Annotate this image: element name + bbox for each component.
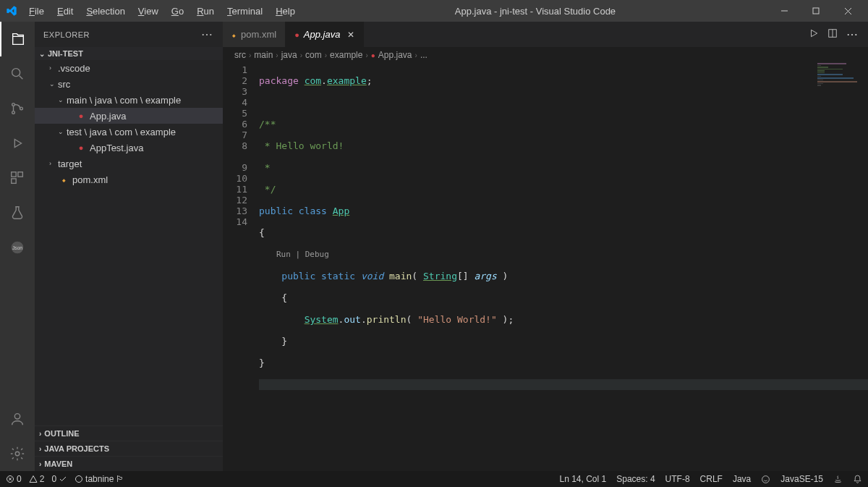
menu-run[interactable]: Run <box>191 3 220 20</box>
breadcrumb[interactable]: src› main› java› com› example› ● App.jav… <box>223 47 868 63</box>
status-eol[interactable]: CRLF <box>700 474 723 484</box>
tree-folder-testpkg[interactable]: ⌄ test \ java \ com \ example <box>35 124 223 140</box>
tree-label: test \ java \ com \ example <box>67 127 176 137</box>
section-label: MAVEN <box>44 460 72 468</box>
section-outline[interactable]: › OUTLINE <box>35 425 223 441</box>
status-bell-icon[interactable] <box>853 475 862 484</box>
tree-folder-mainpkg[interactable]: ⌄ main \ java \ com \ example <box>35 92 223 108</box>
activity-debug[interactable] <box>0 126 35 161</box>
svg-rect-1 <box>813 8 819 14</box>
maximize-button[interactable] <box>801 0 830 22</box>
activity-search[interactable] <box>0 56 35 91</box>
status-errors[interactable]: 0 <box>6 474 22 484</box>
tree-folder-src[interactable]: ⌄ src <box>35 76 223 92</box>
svg-rect-10 <box>12 172 16 177</box>
run-icon[interactable] <box>809 28 819 41</box>
breadcrumb-item[interactable]: example <box>330 50 362 60</box>
tab-pom[interactable]: ⬥ pom.xml <box>223 22 286 47</box>
svg-point-16 <box>15 452 20 456</box>
xml-file-icon: ⬥ <box>58 175 69 184</box>
activity-bar: Json <box>0 22 35 471</box>
menu-help[interactable]: Help <box>270 3 301 20</box>
status-ln-col[interactable]: Ln 14, Col 1 <box>560 474 607 484</box>
breadcrumb-item[interactable]: main <box>254 50 273 60</box>
svg-point-6 <box>12 103 15 106</box>
activity-extensions[interactable] <box>0 161 35 195</box>
svg-point-4 <box>12 69 20 77</box>
tree-file-appjava[interactable]: ● App.java <box>35 108 223 124</box>
section-maven[interactable]: › MAVEN <box>35 456 223 471</box>
status-feedback-icon[interactable] <box>761 475 770 484</box>
more-icon[interactable]: ⋯ <box>846 27 859 41</box>
svg-point-24 <box>762 475 770 483</box>
menu-view[interactable]: View <box>132 3 164 20</box>
section-label: JAVA PROJECTS <box>44 444 109 453</box>
status-warnings[interactable]: 2 <box>29 474 45 484</box>
tree-label: .vscode <box>58 63 90 74</box>
close-button[interactable] <box>833 0 862 22</box>
activity-account[interactable] <box>0 402 35 436</box>
codelens-run-debug[interactable]: Run | Debug <box>276 249 868 260</box>
status-spaces[interactable]: Spaces: 4 <box>616 474 655 484</box>
chevron-down-icon: ⌄ <box>49 80 58 88</box>
tree-folder-vscode[interactable]: › .vscode <box>35 60 223 76</box>
split-editor-icon[interactable] <box>827 28 838 41</box>
explorer-project-header[interactable]: ⌄ JNI-TEST <box>35 47 223 60</box>
minimize-button[interactable] <box>770 0 799 22</box>
status-encoding[interactable]: UTF-8 <box>665 474 690 484</box>
breadcrumb-item[interactable]: ... <box>420 50 427 60</box>
menu-terminal[interactable]: Terminal <box>221 3 268 20</box>
svg-rect-11 <box>18 172 22 177</box>
code-content[interactable]: package com.example; /** * Hello world! … <box>259 63 868 471</box>
menubar: File Edit Selection View Go Run Terminal… <box>23 3 301 20</box>
titlebar: File Edit Selection View Go Run Terminal… <box>0 0 868 22</box>
minimap[interactable] <box>817 63 868 471</box>
project-name: JNI-TEST <box>48 49 83 58</box>
breadcrumb-item[interactable]: java <box>281 50 297 60</box>
chevron-down-icon: ⌄ <box>58 96 67 103</box>
sidebar-title: EXPLORER <box>43 30 90 39</box>
window-controls <box>770 0 862 22</box>
code-editor[interactable]: 12345678 91011121314 package com.example… <box>223 63 868 471</box>
section-java-projects[interactable]: › JAVA PROJECTS <box>35 441 223 456</box>
menu-edit[interactable]: Edit <box>51 3 79 20</box>
tree-file-apptest[interactable]: ● AppTest.java <box>35 140 223 156</box>
svg-point-7 <box>12 111 15 114</box>
breadcrumb-item[interactable]: com <box>305 50 322 60</box>
status-language[interactable]: Java <box>733 474 751 484</box>
svg-marker-17 <box>812 30 817 36</box>
svg-point-23 <box>76 476 82 483</box>
chevron-down-icon: ⌄ <box>58 128 67 135</box>
activity-scm[interactable] <box>0 91 35 126</box>
breadcrumb-item[interactable]: App.java <box>378 50 412 60</box>
activity-settings[interactable] <box>0 436 35 471</box>
status-javase[interactable]: JavaSE-15 <box>780 474 823 484</box>
java-file-icon: ● <box>371 51 375 59</box>
menu-go[interactable]: Go <box>166 3 190 20</box>
sidebar: EXPLORER ⋯ ⌄ JNI-TEST › .vscode ⌄ src ⌄ … <box>35 22 223 471</box>
status-java-icon[interactable] <box>833 475 843 484</box>
svg-line-5 <box>20 76 23 80</box>
activity-testing[interactable] <box>0 195 35 230</box>
tree-folder-target[interactable]: › target <box>35 156 223 171</box>
svg-rect-12 <box>12 179 16 183</box>
java-file-icon: ● <box>75 143 87 152</box>
sidebar-header: EXPLORER ⋯ <box>35 22 223 47</box>
status-tabnine[interactable]: tabnine 🏳 <box>75 474 124 484</box>
java-file-icon: ● <box>294 30 299 39</box>
activity-json-icon[interactable]: Json <box>0 230 35 265</box>
breadcrumb-item[interactable]: src <box>234 50 246 60</box>
tab-close-icon[interactable]: ✕ <box>347 30 354 40</box>
status-check[interactable]: 0 <box>51 474 67 484</box>
line-gutter: 12345678 91011121314 <box>223 63 259 471</box>
activity-explorer[interactable] <box>0 22 35 56</box>
tree-label: App.java <box>90 111 127 122</box>
vscode-logo-icon <box>6 5 17 17</box>
menu-selection[interactable]: Selection <box>80 3 130 20</box>
tree-label: src <box>58 79 70 90</box>
menu-file[interactable]: File <box>23 3 50 20</box>
tree-label: AppTest.java <box>90 143 143 153</box>
sidebar-more-icon[interactable]: ⋯ <box>201 27 214 41</box>
tab-appjava[interactable]: ● App.java ✕ <box>286 22 364 47</box>
tree-file-pom[interactable]: ⬥ pom.xml <box>35 171 223 187</box>
